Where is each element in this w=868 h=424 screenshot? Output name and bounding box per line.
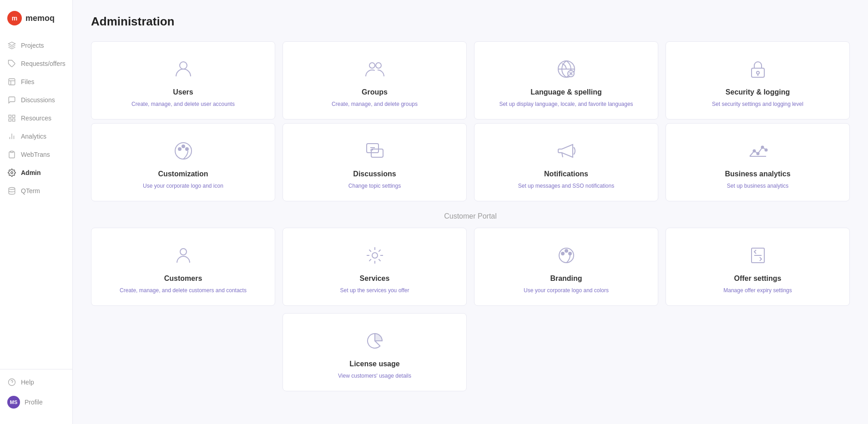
lock-icon <box>745 56 771 82</box>
avatar: MS <box>7 396 20 409</box>
sidebar-label-webtrans: WebTrans <box>21 151 50 158</box>
palette-icon <box>171 138 196 164</box>
card-branding[interactable]: Branding Use your corporate logo and col… <box>474 228 658 306</box>
sidebar-item-admin[interactable]: Admin <box>0 164 72 182</box>
card-language[interactable]: Language & spelling Set up display langu… <box>474 41 658 120</box>
svg-point-23 <box>757 71 759 74</box>
analytics-icon <box>745 138 771 164</box>
sidebar-label-files: Files <box>21 78 35 85</box>
card-offer-settings-title: Offer settings <box>734 274 781 283</box>
pie-chart-icon <box>362 328 388 354</box>
sidebar-label-discussions: Discussions <box>21 96 55 104</box>
card-business-analytics-desc: Set up business analytics <box>727 182 788 190</box>
card-language-desc: Set up display language, locale, and fav… <box>499 100 633 108</box>
svg-point-18 <box>369 63 375 68</box>
card-offer-settings[interactable]: Offer settings Manage offer expiry setti… <box>666 228 850 306</box>
card-language-title: Language & spelling <box>530 88 601 96</box>
megaphone-icon <box>554 138 579 164</box>
sidebar-label-help: Help <box>21 379 34 386</box>
card-customers-desc: Create, manage, and delete customers and… <box>120 286 247 294</box>
sidebar-item-projects[interactable]: Projects <box>0 36 72 55</box>
card-users-desc: Create, manage, and delete user accounts <box>131 100 235 108</box>
sidebar-item-webtrans[interactable]: WebTrans <box>0 145 72 164</box>
card-customers[interactable]: Customers Create, manage, and delete cus… <box>91 228 275 306</box>
sidebar-item-profile[interactable]: MS Profile <box>0 391 72 413</box>
sidebar-label-analytics: Analytics <box>21 133 46 140</box>
card-discussions-desc: Change topic settings <box>348 182 401 190</box>
card-notifications-title: Notifications <box>544 170 588 178</box>
svg-point-43 <box>569 252 571 255</box>
card-users-title: Users <box>173 88 193 96</box>
help-icon <box>7 378 16 387</box>
sidebar-label-profile: Profile <box>25 399 43 406</box>
sidebar-item-analytics[interactable]: Analytics <box>0 127 72 145</box>
svg-rect-12 <box>10 151 13 153</box>
card-business-analytics[interactable]: Business analytics Set up business analy… <box>666 123 850 201</box>
sidebar-label-requests: Requests/offers <box>21 60 66 67</box>
nav-items: Projects Requests/offers Files Discussio… <box>0 36 72 369</box>
page-title: Administration <box>91 15 850 29</box>
svg-marker-0 <box>9 42 15 46</box>
card-license-desc: View customers' usage details <box>338 372 411 380</box>
svg-rect-5 <box>9 115 11 117</box>
svg-point-34 <box>765 149 767 151</box>
logo-text: memoq <box>25 14 55 23</box>
svg-point-39 <box>372 253 378 258</box>
sidebar-item-discussions[interactable]: Discussions <box>0 91 72 109</box>
card-notifications[interactable]: Notifications Set up messages and SSO no… <box>474 123 658 201</box>
card-branding-desc: Use your corporate logo and colors <box>524 286 609 294</box>
logo-area: m memoq <box>0 7 72 36</box>
gear-icon <box>7 168 16 177</box>
card-notifications-desc: Set up messages and SSO notifications <box>518 182 614 190</box>
sidebar-item-help[interactable]: Help <box>0 373 72 391</box>
sidebar-item-qterm[interactable]: QTerm <box>0 182 72 200</box>
svg-point-19 <box>376 63 381 68</box>
card-services-desc: Set up the services you offer <box>340 286 409 294</box>
card-customers-title: Customers <box>164 274 202 283</box>
grid-icon <box>7 114 16 123</box>
card-discussions-title: Discussions <box>353 170 396 178</box>
card-branding-title: Branding <box>550 274 582 283</box>
database-icon <box>7 186 16 195</box>
tag-icon <box>7 59 16 68</box>
sidebar-bottom: Help MS Profile <box>0 369 72 417</box>
card-groups[interactable]: Groups Create, manage, and delete groups <box>283 41 467 120</box>
customer-portal-label: Customer Portal <box>91 212 850 220</box>
offer-icon <box>745 243 771 268</box>
card-discussions[interactable]: Discussions Change topic settings <box>283 123 467 201</box>
svg-point-14 <box>9 188 15 190</box>
card-users[interactable]: Users Create, manage, and delete user ac… <box>91 41 275 120</box>
card-license-usage[interactable]: License usage View customers' usage deta… <box>283 313 467 391</box>
sidebar-label-qterm: QTerm <box>21 187 40 195</box>
svg-point-17 <box>180 62 187 69</box>
admin-cards-row1: Users Create, manage, and delete user ac… <box>91 41 850 120</box>
logo-icon: m <box>7 11 22 25</box>
sidebar-item-resources[interactable]: Resources <box>0 109 72 127</box>
services-icon <box>362 243 388 268</box>
card-groups-desc: Create, manage, and delete groups <box>332 100 418 108</box>
sidebar-label-resources: Resources <box>21 115 51 122</box>
card-services[interactable]: Services Set up the services you offer <box>283 228 467 306</box>
sidebar-item-requests[interactable]: Requests/offers <box>0 55 72 73</box>
card-customization-title: Customization <box>158 170 208 178</box>
card-security-desc: Set security settings and logging level <box>712 100 803 108</box>
svg-point-13 <box>11 172 13 174</box>
svg-rect-8 <box>13 119 15 121</box>
svg-point-27 <box>182 145 185 148</box>
customer-portal-cards: Customers Create, manage, and delete cus… <box>91 228 850 306</box>
svg-point-28 <box>186 148 188 150</box>
sidebar-item-files[interactable]: Files <box>0 73 72 91</box>
sidebar-label-admin: Admin <box>21 169 41 176</box>
card-customization[interactable]: Customization Use your corporate logo an… <box>91 123 275 201</box>
group-icon <box>362 56 388 82</box>
card-security-title: Security & logging <box>726 88 790 96</box>
svg-point-41 <box>561 252 564 255</box>
svg-point-35 <box>761 146 763 149</box>
svg-point-36 <box>757 153 759 155</box>
file-icon <box>7 77 16 86</box>
card-services-title: Services <box>360 274 390 283</box>
svg-point-26 <box>178 148 181 150</box>
card-security[interactable]: Security & logging Set security settings… <box>666 41 850 120</box>
svg-point-42 <box>565 249 568 252</box>
admin-cards-row2: Customization Use your corporate logo an… <box>91 123 850 201</box>
